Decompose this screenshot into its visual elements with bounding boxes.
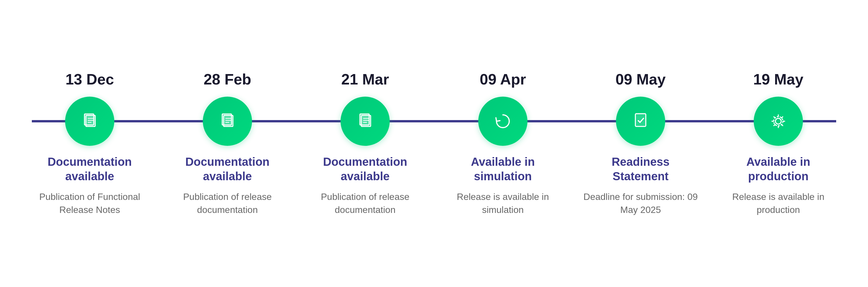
document-icon-1 [216, 110, 239, 133]
icon-circle-4 [616, 97, 665, 146]
dates-row: 13 Dec 28 Feb 21 Mar 09 Apr 09 May 19 Ma… [32, 71, 836, 97]
label-title-4: Readiness Statement [583, 155, 699, 184]
svg-point-16 [775, 118, 781, 124]
label-block-0: Documentation available Publication of F… [32, 155, 148, 216]
label-desc-4: Deadline for submission: 09 May 2025 [583, 190, 699, 216]
icon-circle-3 [478, 97, 527, 146]
svg-rect-11 [361, 116, 371, 126]
svg-rect-1 [86, 116, 95, 126]
timeline-container: 13 Dec 28 Feb 21 Mar 09 Apr 09 May 19 Ma… [14, 71, 854, 216]
date-5: 19 May [720, 71, 836, 88]
icons-row [32, 97, 836, 146]
icon-circle-1 [203, 97, 252, 146]
label-block-1: Documentation available Publication of r… [169, 155, 285, 216]
labels-row: Documentation available Publication of F… [32, 146, 836, 216]
label-title-1: Documentation available [169, 155, 285, 184]
icon-wrapper-4 [583, 97, 699, 146]
date-4: 09 May [583, 71, 699, 88]
label-block-4: Readiness Statement Deadline for submiss… [583, 155, 699, 216]
label-desc-5: Release is available in production [720, 190, 836, 216]
label-block-3: Available in simulation Release is avail… [445, 155, 561, 216]
refresh-icon [491, 110, 515, 133]
document-icon [78, 110, 101, 133]
label-title-0: Documentation available [32, 155, 148, 184]
icon-wrapper-5 [720, 97, 836, 146]
label-title-5: Available in production [720, 155, 836, 184]
date-2: 21 Mar [307, 71, 423, 88]
svg-rect-15 [636, 114, 646, 126]
label-desc-0: Publication of Functional Release Notes [32, 190, 148, 216]
label-desc-2: Publication of release documentation [307, 190, 423, 216]
icon-wrapper-0 [32, 97, 148, 146]
timeline-line [32, 120, 836, 122]
icon-wrapper-3 [445, 97, 561, 146]
label-title-3: Available in simulation [445, 155, 561, 184]
date-0: 13 Dec [32, 71, 148, 88]
label-desc-3: Release is available in simulation [445, 190, 561, 216]
icon-circle-2 [341, 97, 390, 146]
icon-wrapper-1 [169, 97, 285, 146]
label-block-5: Available in production Release is avail… [720, 155, 836, 216]
date-1: 28 Feb [169, 71, 285, 88]
icon-wrapper-2 [307, 97, 423, 146]
icon-circle-5 [754, 97, 803, 146]
label-block-2: Documentation available Publication of r… [307, 155, 423, 216]
label-desc-1: Publication of release documentation [169, 190, 285, 216]
checklist-icon [629, 110, 652, 133]
svg-rect-6 [224, 116, 233, 126]
document-icon-2 [353, 110, 377, 133]
label-title-2: Documentation available [307, 155, 423, 184]
icon-circle-0 [65, 97, 114, 146]
gear-icon [767, 110, 790, 133]
date-3: 09 Apr [445, 71, 561, 88]
